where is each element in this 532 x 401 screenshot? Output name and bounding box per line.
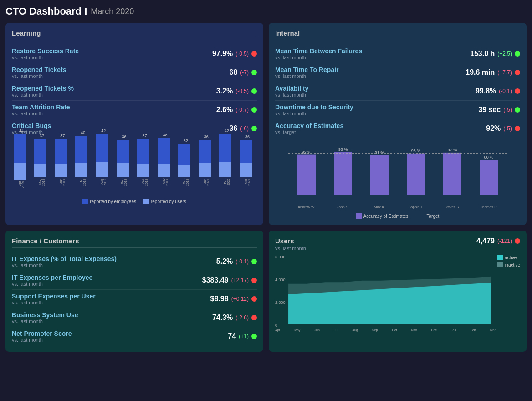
metric-dot: [251, 107, 257, 113]
metric-label: Net Promoter Score vs. last month: [12, 330, 72, 343]
legend-inactive: inactive: [497, 262, 520, 267]
legend-user-box: [143, 199, 149, 204]
bar-group: 36 Mar2020: [238, 129, 257, 197]
metric-value: 2.6%: [216, 106, 233, 114]
metric-dot: [515, 51, 520, 57]
bar-stack: [178, 144, 194, 177]
svg-text:Andrew W.: Andrew W.: [298, 205, 316, 209]
page-title: CTO Dashboard I: [5, 5, 87, 17]
bar-group: 38 Nov2019: [156, 129, 175, 197]
x-label: Aug: [352, 329, 358, 332]
metric-dot: [251, 259, 257, 264]
metric-value-group: 99.8% (-0.1): [476, 87, 520, 95]
metric-value: 97.9%: [212, 50, 233, 58]
bar-stack: [96, 134, 112, 177]
metric-change: (+7.7): [497, 69, 512, 76]
metric-row: Reopened Tickets % vs. last month 3.2% (…: [12, 82, 257, 101]
metric-dot: [515, 70, 520, 75]
x-label: Mar: [490, 329, 496, 332]
metric-label: Reopened Tickets vs. last month: [12, 66, 66, 79]
bar-employee: [158, 138, 170, 164]
finance-panel: Finance / Customers IT Expenses (% of To…: [5, 231, 263, 352]
bar-label-top: 40: [81, 130, 85, 135]
metric-sub: vs. last month: [12, 73, 66, 79]
bar-user: [96, 162, 108, 177]
metric-row: Mean Time Between Failures vs. last mont…: [275, 45, 520, 63]
legend-employee-box: [82, 199, 88, 204]
x-label: Nov: [411, 329, 417, 332]
bar-employee: [55, 139, 67, 164]
users-header: Users vs. last month 4,479 (-121): [275, 237, 520, 251]
metric-value-group: 19.6 min (+7.7): [466, 68, 520, 77]
metric-sub: vs. last month: [275, 55, 362, 60]
bar-xlabel: Jul2019: [80, 179, 86, 197]
metric-value-group: 2.6% (-0.7): [216, 106, 257, 114]
bar-user: [178, 165, 190, 177]
bar-employee: [117, 140, 129, 163]
metric-sub: vs. last month: [275, 73, 339, 79]
bar-xlabel: Sep2019: [121, 179, 127, 197]
bar-stack: [75, 136, 91, 177]
legend-inactive-box: [497, 262, 503, 267]
bar-user: [219, 162, 231, 177]
users-change: (-121): [497, 238, 512, 244]
bar-label-top: 42: [101, 129, 106, 133]
metric-change: (-5): [503, 125, 512, 132]
bar-employee: [34, 139, 46, 164]
metric-change: (-0.7): [235, 107, 249, 113]
metric-label: IT Expenses per Employee vs. last month: [12, 274, 92, 287]
bar-user: [117, 163, 129, 177]
legend-target: Target: [416, 213, 440, 219]
metric-dot: [251, 296, 257, 302]
bar-stack: [199, 140, 214, 177]
legend-user: reported by users: [143, 199, 186, 204]
metric-dot: [515, 107, 520, 113]
metric-value: $383.49: [202, 276, 229, 284]
bar-group: 32 Dec2019: [176, 129, 195, 197]
finance-title: Finance / Customers: [12, 237, 257, 248]
bar-employee: [14, 134, 26, 163]
metric-name: Mean Time Between Failures: [275, 47, 362, 55]
bar-label-top: 44: [19, 129, 24, 133]
bar-group: 37 Oct2019: [135, 129, 154, 197]
metric-value: 74.3%: [212, 314, 233, 322]
svg-text:80 %: 80 %: [484, 155, 494, 159]
page-header: CTO Dashboard I March 2020: [5, 5, 527, 17]
metric-name: Availability: [275, 85, 308, 92]
bar-user: [55, 164, 67, 177]
metric-name: IT Expenses per Employee: [12, 274, 92, 281]
internal-metrics: Mean Time Between Failures vs. last mont…: [275, 45, 520, 138]
learning-chart: 44 Apr2019 37 May2019 37 Jun2019 40 Jul2…: [12, 142, 257, 204]
metric-dot: [251, 51, 257, 57]
bar-stack: [158, 138, 173, 177]
bar-employee: [219, 134, 231, 162]
bar-label-top: 38: [163, 133, 168, 137]
bar-xlabel: Feb2020: [224, 179, 230, 197]
bar-stack: [14, 134, 29, 180]
metric-change: (+0.12): [231, 296, 249, 302]
svg-rect-0: [297, 155, 316, 195]
svg-text:Max A.: Max A.: [374, 205, 385, 209]
bar-employee: [240, 140, 252, 163]
metric-dot: [251, 278, 257, 283]
metric-name: Restore Success Rate: [12, 47, 79, 55]
metric-name: IT Expenses (% of Total Expenses): [12, 255, 117, 262]
metric-row: Restore Success Rate vs. last month 97.9…: [12, 45, 257, 63]
internal-panel: Internal Mean Time Between Failures vs. …: [269, 23, 527, 225]
metric-row: Support Expenses per User vs. last month…: [12, 290, 257, 308]
bar-xlabel: Dec2019: [183, 179, 189, 197]
metric-change: (-0.5): [235, 51, 249, 57]
users-sub: vs. last month: [275, 246, 306, 251]
metric-change: (-2.6): [235, 314, 249, 321]
metric-sub: vs. target: [275, 129, 343, 135]
page-subtitle: March 2020: [91, 7, 134, 16]
metric-sub: vs. last month: [12, 92, 74, 98]
legend-accuracy-box: [356, 213, 362, 219]
metric-change: (+1): [239, 333, 249, 339]
users-label-group: Users vs. last month: [275, 237, 306, 251]
metric-label: Availability vs. last month: [275, 85, 308, 98]
metric-value-group: 68 (-7): [230, 68, 257, 77]
svg-rect-12: [443, 153, 461, 195]
metric-row: Net Promoter Score vs. last month 74 (+1…: [12, 327, 257, 345]
bar-user: [158, 164, 170, 177]
